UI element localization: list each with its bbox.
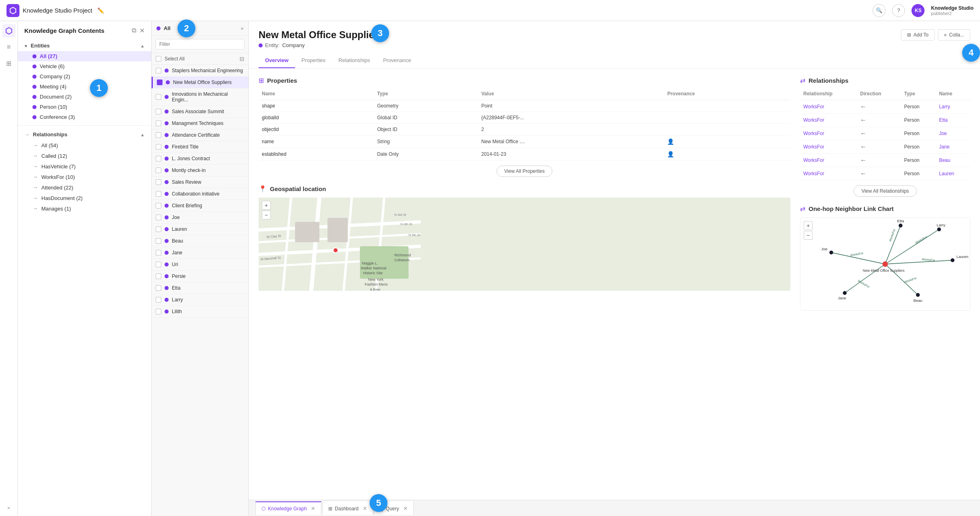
list-item-lauren[interactable]: Lauren bbox=[152, 224, 248, 235]
list-item-checkbox-etta[interactable] bbox=[156, 285, 161, 291]
tab-overview[interactable]: Overview bbox=[259, 53, 295, 68]
rel-name-etta[interactable]: Etta bbox=[939, 117, 948, 123]
list-item-checkbox-ljones[interactable] bbox=[156, 156, 161, 161]
list-item-jane[interactable]: Jane bbox=[152, 247, 248, 259]
map-zoom-in-button[interactable]: + bbox=[262, 201, 271, 210]
sidebar-icon-graph[interactable] bbox=[2, 24, 15, 37]
close-panel-icon[interactable]: ✕ bbox=[139, 27, 145, 34]
rel-worksfor-jane[interactable]: WorksFor bbox=[803, 144, 824, 150]
list-item-collaboration[interactable]: Collaboration initiative bbox=[152, 188, 248, 200]
list-item-checkbox-sales-summit[interactable] bbox=[156, 109, 161, 114]
list-item-checkbox-client-briefing[interactable] bbox=[156, 203, 161, 209]
list-item-joe[interactable]: Joe bbox=[152, 212, 248, 224]
edit-title-icon[interactable]: ✏️ bbox=[97, 7, 104, 14]
list-item-uri[interactable]: Uri bbox=[152, 259, 248, 271]
list-item-checkbox-persie[interactable] bbox=[156, 273, 161, 279]
prop-prov-name[interactable]: 👤 bbox=[664, 135, 790, 148]
provenance-icon-name[interactable]: 👤 bbox=[667, 138, 674, 145]
tab-relationships[interactable]: Relationships bbox=[332, 53, 377, 68]
rel-item-hasvehicle[interactable]: → HasVehicle (7) bbox=[18, 161, 151, 172]
entity-item-document[interactable]: Document (2) bbox=[18, 92, 151, 102]
rel-name-larry[interactable]: Larry bbox=[939, 104, 950, 110]
query-tab-close-icon[interactable]: ✕ bbox=[403, 505, 408, 512]
view-all-properties-button[interactable]: View All Properties bbox=[496, 166, 552, 177]
entity-item-person[interactable]: Person (10) bbox=[18, 102, 151, 112]
rel-name-lauren[interactable]: Lauren bbox=[939, 171, 954, 176]
list-item-checkbox-jane[interactable] bbox=[156, 250, 161, 256]
sidebar-icon-table[interactable]: ⊞ bbox=[2, 57, 15, 70]
list-item-checkbox-beau[interactable] bbox=[156, 238, 161, 244]
bottom-tab-dashboard[interactable]: ⊞ Dashboard ✕ bbox=[322, 501, 373, 515]
list-item-montly[interactable]: Montly check-in bbox=[152, 165, 248, 176]
list-item-checkbox-montly[interactable] bbox=[156, 168, 161, 173]
search-button[interactable]: 🔍 bbox=[873, 4, 886, 17]
tab-provenance[interactable]: Provenance bbox=[377, 53, 417, 68]
rel-item-hasdocument[interactable]: → HasDocument (2) bbox=[18, 193, 151, 203]
rel-item-worksfor[interactable]: → WorksFor (10) bbox=[18, 172, 151, 182]
graph-zoom-out-button[interactable]: − bbox=[804, 231, 813, 240]
list-item-beau[interactable]: Beau bbox=[152, 235, 248, 247]
map-zoom-out-button[interactable]: − bbox=[262, 211, 271, 219]
knowledge-graph-tab-close-icon[interactable]: ✕ bbox=[311, 505, 315, 512]
list-item-larry[interactable]: Larry bbox=[152, 294, 248, 306]
list-item-persie[interactable]: Persie bbox=[152, 271, 248, 282]
list-item-checkbox-lauren[interactable] bbox=[156, 226, 161, 232]
rel-name-jane[interactable]: Jane bbox=[939, 144, 950, 150]
bottom-tab-knowledge-graph[interactable]: ⬡ Knowledge Graph ✕ bbox=[255, 501, 321, 515]
rel-worksfor-beau[interactable]: WorksFor bbox=[803, 157, 824, 163]
list-item-firebird[interactable]: Firebird Title bbox=[152, 141, 248, 153]
list-item-checkbox-lilith[interactable] bbox=[156, 309, 161, 314]
entity-item-vehicle[interactable]: Vehicle (6) bbox=[18, 61, 151, 71]
list-collapse-icon[interactable]: » bbox=[241, 25, 244, 31]
rel-name-beau[interactable]: Beau bbox=[939, 157, 950, 163]
list-item-newmetal[interactable]: New Metal Office Suppliers bbox=[152, 77, 248, 88]
list-item-checkbox-innovations[interactable] bbox=[156, 94, 161, 100]
list-view-toggle-icon[interactable]: ⊟ bbox=[240, 56, 244, 62]
help-button[interactable]: ? bbox=[892, 4, 905, 17]
bottom-tab-query[interactable]: {} Query ✕ bbox=[374, 501, 414, 515]
relationships-section-header[interactable]: → Relationships ▲ bbox=[18, 129, 151, 140]
prop-prov-established[interactable]: 👤 bbox=[664, 148, 790, 161]
sidebar-collapse-button[interactable]: » bbox=[2, 503, 15, 513]
rel-worksfor-larry[interactable]: WorksFor bbox=[803, 104, 824, 110]
dashboard-tab-close-icon[interactable]: ✕ bbox=[363, 505, 367, 512]
list-item-checkbox-sales-review[interactable] bbox=[156, 179, 161, 185]
graph-zoom-in-button[interactable]: + bbox=[804, 221, 813, 230]
rel-name-joe[interactable]: Joe bbox=[939, 131, 947, 136]
list-search-input[interactable] bbox=[156, 39, 244, 49]
collab-button[interactable]: » Colla... bbox=[938, 29, 970, 41]
rel-item-called[interactable]: → Called (12) bbox=[18, 150, 151, 161]
list-item-staplers[interactable]: Staplers Mechanical Engineering bbox=[152, 65, 248, 77]
entity-item-all[interactable]: All (27) bbox=[18, 51, 151, 61]
list-item-etta[interactable]: Etta bbox=[152, 282, 248, 294]
provenance-icon-established[interactable]: 👤 bbox=[667, 151, 674, 157]
sidebar-icon-list[interactable]: ≡ bbox=[2, 41, 15, 54]
view-all-relationships-button[interactable]: View All Relationships bbox=[854, 185, 916, 197]
entity-item-meeting[interactable]: Meeting (4) bbox=[18, 82, 151, 92]
list-item-sales-summit[interactable]: Sales Associate Summit bbox=[152, 106, 248, 118]
rel-item-attended[interactable]: → Attended (22) bbox=[18, 182, 151, 193]
tab-properties[interactable]: Properties bbox=[295, 53, 332, 68]
list-item-checkbox-attendance[interactable] bbox=[156, 132, 161, 138]
list-item-checkbox-newmetal[interactable] bbox=[157, 80, 163, 85]
rel-worksfor-joe[interactable]: WorksFor bbox=[803, 131, 824, 136]
list-item-lilith[interactable]: Lilith bbox=[152, 306, 248, 318]
list-item-checkbox-managment[interactable] bbox=[156, 120, 161, 126]
list-item-checkbox-collaboration[interactable] bbox=[156, 191, 161, 197]
list-item-client-briefing[interactable]: Client Briefing bbox=[152, 200, 248, 212]
list-item-managment[interactable]: Managment Techniques bbox=[152, 118, 248, 129]
list-item-ljones[interactable]: L. Jones Contract bbox=[152, 153, 248, 165]
entity-item-company[interactable]: Company (2) bbox=[18, 71, 151, 82]
list-item-checkbox-staplers[interactable] bbox=[156, 68, 161, 73]
list-item-attendance[interactable]: Attendance Certificate bbox=[152, 129, 248, 141]
list-item-checkbox-uri[interactable] bbox=[156, 262, 161, 267]
select-all-checkbox[interactable] bbox=[156, 56, 161, 62]
entities-section-header[interactable]: ● Entities ▲ bbox=[18, 40, 151, 51]
rel-item-manages[interactable]: → Manages (1) bbox=[18, 203, 151, 214]
list-item-sales-review[interactable]: Sales Review bbox=[152, 176, 248, 188]
list-item-checkbox-joe[interactable] bbox=[156, 215, 161, 220]
rel-worksfor-lauren[interactable]: WorksFor bbox=[803, 171, 824, 176]
list-item-innovations[interactable]: Innovations in Mechanical Engin... bbox=[152, 88, 248, 106]
expand-panel-icon[interactable]: ⧉ bbox=[132, 27, 136, 34]
entity-item-conference[interactable]: Conference (3) bbox=[18, 112, 151, 122]
